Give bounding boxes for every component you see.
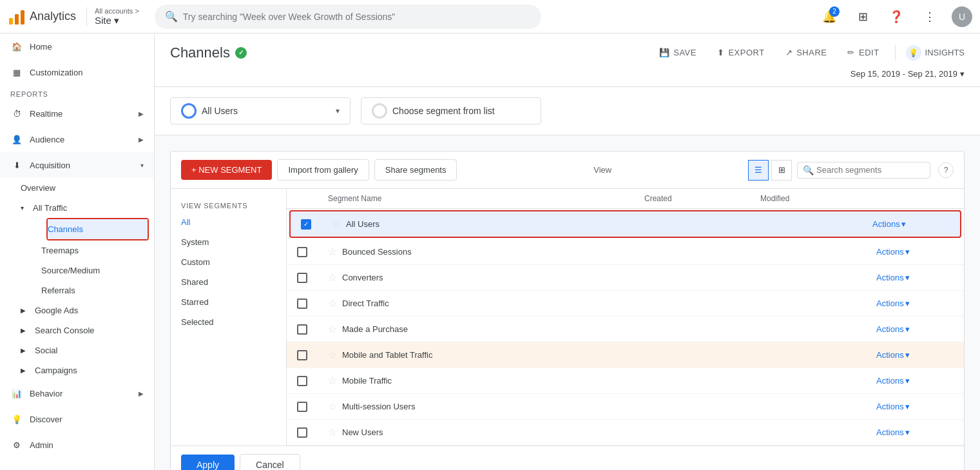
share-button[interactable]: ↗ SHARE bbox=[780, 44, 832, 61]
row-checkbox-4[interactable] bbox=[297, 324, 307, 335]
star-icon-5[interactable]: ☆ bbox=[328, 349, 337, 361]
actions-dropdown-1[interactable]: Actions ▾ bbox=[876, 247, 954, 257]
help-icon: ❓ bbox=[889, 10, 903, 24]
behavior-chevron-icon: ▶ bbox=[139, 390, 144, 397]
actions-dropdown-2[interactable]: Actions ▾ bbox=[876, 273, 954, 282]
sidebar-item-acquisition[interactable]: ⬇ Acquisition ▾ bbox=[0, 152, 154, 178]
star-icon-7[interactable]: ☆ bbox=[328, 400, 337, 413]
star-icon-4[interactable]: ☆ bbox=[328, 323, 337, 335]
actions-dropdown-0[interactable]: Actions ▾ bbox=[872, 219, 950, 229]
import-from-gallery-button[interactable]: Import from gallery bbox=[277, 159, 369, 181]
row-checkbox-8[interactable] bbox=[297, 427, 307, 438]
edit-button[interactable]: ✏ EDIT bbox=[842, 44, 884, 61]
actions-dropdown-5[interactable]: Actions ▾ bbox=[876, 350, 954, 360]
star-icon-6[interactable]: ☆ bbox=[328, 375, 337, 387]
reports-section-label: REPORTS bbox=[0, 85, 154, 101]
export-button[interactable]: ⬆ EXPORT bbox=[712, 44, 770, 61]
row-checkbox-3[interactable] bbox=[297, 299, 307, 309]
star-icon-1[interactable]: ☆ bbox=[328, 246, 337, 258]
insights-button[interactable]: 💡 INSIGHTS bbox=[895, 45, 965, 61]
sidebar-item-google-ads[interactable]: ▶ Google Ads bbox=[21, 300, 154, 320]
star-icon-3[interactable]: ☆ bbox=[328, 297, 337, 309]
sidebar-campaigns-label: Campaigns bbox=[35, 366, 77, 375]
segment-row-name-5: Mobile and Tablet Traffic bbox=[342, 350, 432, 360]
sidebar-item-overview[interactable]: Overview bbox=[21, 178, 154, 198]
new-segment-button[interactable]: + NEW SEGMENT bbox=[181, 160, 272, 180]
search-segments-input[interactable] bbox=[816, 165, 925, 175]
sidebar-item-customization[interactable]: ▦ Customization bbox=[0, 59, 154, 85]
star-icon-8[interactable]: ☆ bbox=[328, 426, 337, 438]
grid-icon: ⊞ bbox=[778, 165, 785, 175]
filter-shared[interactable]: Shared bbox=[171, 272, 286, 292]
segment-chip-chevron: ▾ bbox=[336, 106, 340, 115]
realtime-chevron-icon: ▶ bbox=[139, 110, 144, 117]
actions-dropdown-7[interactable]: Actions ▾ bbox=[876, 402, 954, 411]
row-checkbox-1[interactable] bbox=[297, 247, 307, 257]
star-icon-2[interactable]: ☆ bbox=[328, 271, 337, 284]
social-chevron-icon: ▶ bbox=[21, 347, 26, 354]
segment-chip-all-users[interactable]: All Users ▾ bbox=[170, 97, 351, 124]
apply-button[interactable]: Apply bbox=[181, 455, 235, 470]
actions-dropdown-6[interactable]: Actions ▾ bbox=[876, 376, 954, 386]
filter-all[interactable]: All bbox=[171, 212, 286, 232]
table-row: ☆ Direct Traffic Actions ▾ bbox=[287, 291, 964, 317]
user-avatar[interactable]: U bbox=[952, 6, 972, 27]
admin-icon: ⚙ bbox=[10, 438, 23, 451]
search-segments-field[interactable]: 🔍 bbox=[797, 162, 930, 179]
sidebar-item-audience[interactable]: 👤 Audience ▶ bbox=[0, 126, 154, 152]
page-title-row: Channels bbox=[170, 44, 247, 61]
row-checkbox-7[interactable] bbox=[297, 402, 307, 412]
row-checkbox-5[interactable] bbox=[297, 350, 307, 360]
sidebar-item-behavior[interactable]: 📊 Behavior ▶ bbox=[0, 380, 154, 406]
row-checkbox-6[interactable] bbox=[297, 376, 307, 386]
segment-chip-choose[interactable]: Choose segment from list bbox=[361, 97, 541, 124]
sidebar-customization-label: Customization bbox=[30, 68, 82, 77]
channels-highlight: Channels bbox=[46, 218, 149, 240]
sidebar-item-source-medium[interactable]: Source/Medium bbox=[41, 260, 154, 280]
sidebar-item-channels[interactable]: Channels bbox=[48, 219, 148, 239]
svg-rect-1 bbox=[15, 14, 19, 24]
save-button[interactable]: 💾 SAVE bbox=[654, 44, 702, 61]
star-icon-0[interactable]: ☆ bbox=[332, 218, 341, 230]
sidebar-item-social[interactable]: ▶ Social bbox=[21, 340, 154, 360]
row-checkbox-0[interactable]: ✓ bbox=[301, 219, 311, 230]
sidebar-item-discover[interactable]: 💡 Discover bbox=[0, 406, 154, 432]
site-chevron-icon: ▾ bbox=[114, 15, 119, 26]
sidebar-item-realtime[interactable]: ⏱ Realtime ▶ bbox=[0, 101, 154, 126]
sidebar-item-treemaps[interactable]: Treemaps bbox=[41, 240, 154, 260]
segments-help-button[interactable]: ? bbox=[938, 162, 954, 178]
apps-button[interactable]: ⊞ bbox=[851, 5, 874, 28]
notification-badge: 2 bbox=[829, 6, 840, 17]
help-button[interactable]: ❓ bbox=[885, 5, 908, 28]
sidebar-item-admin[interactable]: ⚙ Admin bbox=[0, 432, 154, 458]
global-search[interactable]: 🔍 bbox=[155, 5, 541, 29]
actions-dropdown-3[interactable]: Actions ▾ bbox=[876, 299, 954, 308]
filter-starred[interactable]: Starred bbox=[171, 292, 286, 312]
date-range-selector[interactable]: Sep 15, 2019 - Sep 21, 2019 ▾ bbox=[170, 69, 965, 86]
account-selector[interactable]: All accounts > Site ▾ bbox=[86, 7, 139, 26]
search-input[interactable] bbox=[183, 12, 531, 22]
sidebar-item-campaigns[interactable]: ▶ Campaigns bbox=[21, 360, 154, 380]
list-view-button[interactable]: ☰ bbox=[748, 160, 769, 181]
filter-custom[interactable]: Custom bbox=[171, 252, 286, 272]
notifications-button[interactable]: 🔔 2 bbox=[818, 5, 841, 28]
account-site-label[interactable]: Site ▾ bbox=[95, 15, 139, 26]
share-segments-button[interactable]: Share segments bbox=[374, 159, 457, 181]
sidebar-item-home[interactable]: 🏠 Home bbox=[0, 34, 154, 59]
more-options-button[interactable]: ⋮ bbox=[918, 5, 941, 28]
sidebar-item-referrals[interactable]: Referrals bbox=[41, 280, 154, 300]
dots-vertical-icon: ⋮ bbox=[924, 10, 936, 24]
col-segment-name: Segment Name bbox=[328, 194, 644, 203]
actions-chevron-icon: ▾ bbox=[905, 402, 910, 411]
actions-dropdown-4[interactable]: Actions ▾ bbox=[876, 324, 954, 334]
cancel-button[interactable]: Cancel bbox=[240, 454, 300, 470]
actions-dropdown-8[interactable]: Actions ▾ bbox=[876, 427, 954, 437]
grid-view-button[interactable]: ⊞ bbox=[771, 160, 792, 181]
sidebar-item-all-traffic[interactable]: ▾ All Traffic bbox=[21, 198, 154, 218]
sidebar-item-search-console[interactable]: ▶ Search Console bbox=[21, 320, 154, 340]
sidebar-acquisition-label: Acquisition bbox=[30, 161, 70, 170]
filter-system[interactable]: System bbox=[171, 232, 286, 252]
row-checkbox-2[interactable] bbox=[297, 273, 307, 283]
svg-rect-0 bbox=[9, 18, 13, 24]
filter-selected[interactable]: Selected bbox=[171, 312, 286, 332]
